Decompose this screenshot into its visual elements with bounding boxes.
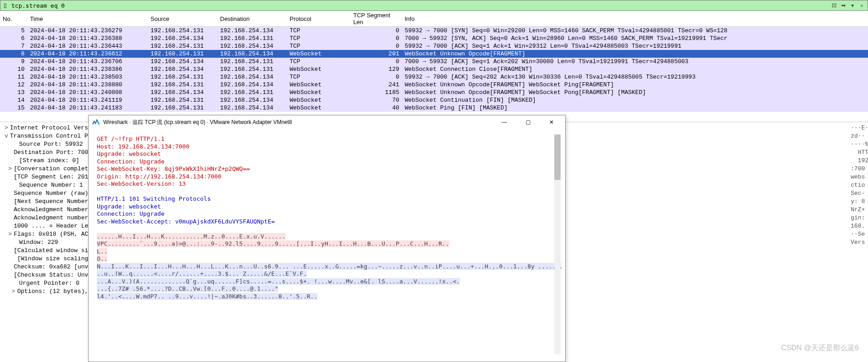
tree-item[interactable]: [Stream index: 0]: [3, 157, 88, 165]
tree-item[interactable]: Window: 229: [3, 238, 88, 247]
packet-list[interactable]: No. Time Source Destination Protocol TCP…: [0, 11, 868, 112]
tree-item[interactable]: [Next Sequence Number: [3, 198, 88, 206]
packet-bytes-ascii: ···E· zd·· ····% HTT 192 :700 webs ctio …: [850, 122, 868, 362]
tree-item[interactable]: Acknowledgment Number: [3, 206, 88, 214]
table-row[interactable]: 72024-04-18 20:11:43.236443192.168.254.1…: [0, 42, 868, 50]
tree-item[interactable]: >Internet Protocol Versi: [3, 124, 88, 132]
tree-item[interactable]: Sequence Number (raw): [3, 189, 88, 198]
apply-filter-icon[interactable]: ➡: [839, 2, 848, 9]
display-filter-bar: ▯ ⛝ ➡ ▾ ＋: [0, 0, 868, 11]
scrollbar[interactable]: [554, 134, 561, 354]
client-request: GET /~!frp HTTP/1.1 Host: 192.168.254.13…: [97, 135, 557, 188]
table-row[interactable]: 92024-04-18 20:11:43.236706192.168.254.1…: [0, 58, 868, 65]
tree-item[interactable]: >Options: (12 bytes),: [3, 288, 88, 296]
table-row[interactable]: 52024-04-18 20:11:43.236279192.168.254.1…: [0, 27, 868, 35]
bookmark-icon[interactable]: ▯: [0, 2, 10, 9]
col-time[interactable]: Time: [27, 11, 148, 27]
table-row[interactable]: 112024-04-18 20:11:43.238503192.168.254.…: [0, 73, 868, 81]
table-row[interactable]: 82024-04-18 20:11:43.236612192.168.254.1…: [0, 50, 868, 58]
tree-item[interactable]: Acknowledgment number: [3, 214, 88, 222]
col-info[interactable]: Info: [402, 11, 868, 27]
stream-data-in: N...I...K...I...I...H...H...H...L...K...…: [97, 263, 562, 300]
tree-item[interactable]: [TCP Segment Len: 201: [3, 173, 88, 181]
tree-item[interactable]: [Calculated window si: [3, 247, 88, 255]
tree-item[interactable]: Source Port: 59932: [3, 140, 88, 149]
table-row[interactable]: 142024-04-18 20:11:43.241119192.168.254.…: [0, 96, 868, 104]
tree-item[interactable]: >[Conversation complet: [3, 165, 88, 173]
close-button[interactable]: ✕: [542, 116, 562, 129]
tree-item[interactable]: [Window size scaling: [3, 255, 88, 263]
clear-filter-icon[interactable]: ⛝: [830, 2, 838, 9]
col-length[interactable]: TCP Segment Len: [351, 11, 402, 27]
col-source[interactable]: Source: [148, 11, 217, 27]
filter-input[interactable]: [10, 1, 828, 10]
window-title: Wireshark · 追踪 TCP 流 (tcp.stream eq 0) ·…: [103, 119, 292, 126]
watermark: CSDN @天还是那么蓝6: [781, 343, 859, 353]
tree-item[interactable]: [Checksum Status: Unv: [3, 271, 88, 279]
server-response: HTTP/1.1 101 Switching Protocols Upgrade…: [97, 195, 557, 225]
minimize-button[interactable]: —: [494, 116, 514, 129]
table-row[interactable]: 102024-04-18 20:11:43.238386192.168.254.…: [0, 65, 868, 73]
table-row[interactable]: 132024-04-18 20:11:43.240808192.168.254.…: [0, 89, 868, 96]
col-destination[interactable]: Destination: [217, 11, 287, 27]
window-titlebar[interactable]: Wireshark · 追踪 TCP 流 (tcp.stream eq 0) ·…: [89, 115, 565, 129]
tree-item[interactable]: >Flags: 0x018 (PSH, AC: [3, 230, 88, 238]
stream-data-out: ......H...I...H...K...........M.z..0....…: [97, 233, 449, 263]
follow-tcp-stream-window: Wireshark · 追踪 TCP 流 (tcp.stream eq 0) ·…: [88, 115, 566, 362]
col-no[interactable]: No.: [0, 11, 27, 27]
table-row[interactable]: 152024-04-18 20:11:43.241183192.168.254.…: [0, 104, 868, 112]
filter-add-icon[interactable]: ＋: [858, 2, 866, 10]
packet-list-header[interactable]: No. Time Source Destination Protocol TCP…: [0, 11, 868, 27]
tree-item[interactable]: Urgent Pointer: 0: [3, 279, 88, 288]
table-row[interactable]: 62024-04-18 20:11:43.236388192.168.254.1…: [0, 35, 868, 42]
wireshark-icon: [92, 119, 100, 126]
tree-item[interactable]: Checksum: 0xa682 [unv: [3, 263, 88, 271]
tree-item[interactable]: 1000 .... = Header Le: [3, 222, 88, 230]
tree-item[interactable]: Destination Port: 700: [3, 149, 88, 157]
filter-dropdown-icon[interactable]: ▾: [848, 2, 857, 9]
scrollbar-thumb[interactable]: [554, 134, 561, 180]
maximize-button[interactable]: ▢: [518, 116, 538, 129]
col-protocol[interactable]: Protocol: [287, 11, 351, 27]
tcp-stream-content[interactable]: GET /~!frp HTTP/1.1 Host: 192.168.254.13…: [92, 131, 562, 360]
packet-details-tree[interactable]: >Internet Protocol VersivTransmission Co…: [0, 122, 88, 362]
tree-item[interactable]: Sequence Number: 1: [3, 181, 88, 189]
tree-item[interactable]: vTransmission Control Pro: [3, 132, 88, 140]
table-row[interactable]: 122024-04-18 20:11:43.238880192.168.254.…: [0, 81, 868, 89]
